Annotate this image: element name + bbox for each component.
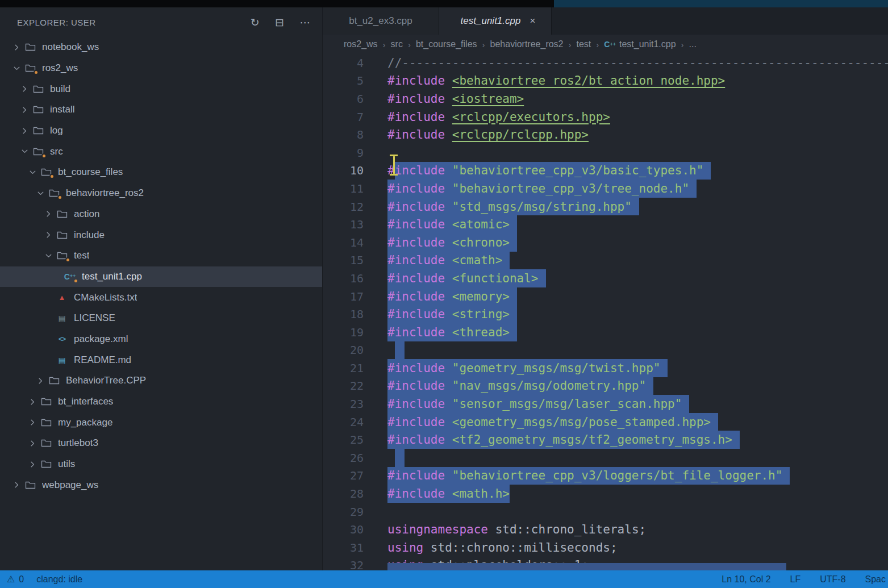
tree-folder-webpage_ws[interactable]: webpage_ws (0, 474, 322, 495)
chevron-right-icon[interactable] (9, 42, 24, 52)
line-number[interactable]: 26 (323, 449, 364, 467)
line-number[interactable]: 15 (323, 252, 364, 270)
tree-folder-my_package[interactable]: my_package (0, 412, 322, 433)
tab-bt_u2_ex3-cpp[interactable]: bt_u2_ex3.cpp (323, 7, 439, 35)
tree-folder-build[interactable]: build (0, 78, 322, 99)
collapse-folders-icon[interactable]: ⊟ (275, 17, 284, 28)
breadcrumb-item-test-unit1-cpp[interactable]: C++test_unit1.cpp (604, 39, 676, 49)
breadcrumb-item-src[interactable]: src (391, 39, 403, 49)
tree-folder-turtlebot3[interactable]: turtlebot3 (0, 433, 322, 454)
tree-file-CMakeLists.txt[interactable]: ▲CMakeLists.txt (0, 287, 322, 308)
line-number[interactable]: 31 (323, 539, 364, 557)
tree-folder-ros2_ws[interactable]: ros2_ws (0, 58, 322, 79)
line-number[interactable]: 24 (323, 413, 364, 431)
tree-file-README.md[interactable]: ▤README.md (0, 349, 322, 370)
code-area[interactable]: 4//-------------------------------------… (323, 54, 888, 570)
code-line-5[interactable]: 5#include <behaviortree_ros2/bt_action_n… (323, 72, 888, 90)
code-line-23[interactable]: 23#include "sensor_msgs/msg/laser_scan.h… (323, 395, 888, 413)
tree-folder-BehaviorTree.CPP[interactable]: BehaviorTree.CPP (0, 370, 322, 391)
code-line-15[interactable]: 15#include <cmath> (323, 252, 888, 270)
tree-folder-test[interactable]: test (0, 245, 322, 266)
line-number[interactable]: 12 (323, 198, 364, 216)
line-number[interactable]: 25 (323, 431, 364, 449)
tree-folder-utils[interactable]: utils (0, 454, 322, 475)
line-number[interactable]: 14 (323, 233, 364, 252)
code-line-30[interactable]: 30using namespace std::chrono_literals; (323, 520, 888, 539)
code-line-9[interactable]: 9 (323, 144, 888, 162)
code-line-28[interactable]: 28#include <math.h> (323, 485, 888, 503)
line-number[interactable]: 7 (323, 108, 364, 126)
chevron-down-icon[interactable] (9, 63, 24, 73)
tree-folder-include[interactable]: include (0, 224, 322, 245)
tree-folder-bt_course_files[interactable]: bt_course_files (0, 162, 322, 183)
line-number[interactable]: 23 (323, 395, 364, 413)
tree-file-test_unit1.cpp[interactable]: C++test_unit1.cpp (0, 266, 322, 287)
chevron-right-icon[interactable] (25, 438, 40, 448)
chevron-down-icon[interactable] (25, 167, 40, 177)
chevron-right-icon[interactable] (17, 105, 32, 115)
tree-folder-action[interactable]: action (0, 204, 322, 225)
breadcrumb-item-bt-course-files[interactable]: bt_course_files (416, 39, 477, 49)
breadcrumb-item-ros2-ws[interactable]: ros2_ws (344, 39, 378, 49)
code-line-25[interactable]: 25#include <tf2_geometry_msgs/tf2_geomet… (323, 431, 888, 449)
indentation-indicator[interactable]: Spac (865, 574, 886, 585)
line-number[interactable]: 13 (323, 215, 364, 233)
code-line-22[interactable]: 22#include "nav_msgs/msg/odometry.hpp" (323, 377, 888, 395)
more-actions-icon[interactable]: ⋯ (300, 17, 311, 28)
line-number[interactable]: 20 (323, 341, 364, 360)
chevron-down-icon[interactable] (41, 251, 56, 261)
tree-folder-log[interactable]: log (0, 120, 322, 141)
chevron-down-icon[interactable] (17, 147, 32, 157)
chevron-down-icon[interactable] (33, 188, 48, 198)
code-line-17[interactable]: 17#include <memory> (323, 287, 888, 306)
code-line-19[interactable]: 19#include <thread> (323, 323, 888, 341)
line-number[interactable]: 18 (323, 305, 364, 323)
chevron-right-icon[interactable] (25, 459, 40, 469)
code-line-11[interactable]: 11#include "behaviortree_cpp_v3/tree_nod… (323, 180, 888, 198)
chevron-right-icon[interactable] (25, 397, 40, 407)
line-number[interactable]: 9 (323, 144, 364, 162)
line-number[interactable]: 16 (323, 269, 364, 287)
code-line-14[interactable]: 14#include <chrono> (323, 233, 888, 252)
close-tab-icon[interactable]: × (530, 15, 535, 27)
clangd-status[interactable]: clangd: idle (36, 574, 82, 585)
chevron-right-icon[interactable] (17, 126, 32, 136)
code-line-24[interactable]: 24#include <geometry_msgs/msg/pose_stamp… (323, 413, 888, 431)
chevron-right-icon[interactable] (9, 480, 24, 490)
line-number[interactable]: 32 (323, 557, 364, 570)
line-number[interactable]: 8 (323, 126, 364, 144)
code-line-10[interactable]: 10#include "behaviortree_cpp_v3/basic_ty… (323, 162, 888, 180)
line-number[interactable]: 21 (323, 359, 364, 377)
chevron-right-icon[interactable] (41, 209, 56, 219)
line-number[interactable]: 5 (323, 72, 364, 90)
refresh-explorer-icon[interactable]: ↻ (251, 17, 260, 28)
chevron-right-icon[interactable] (33, 376, 48, 386)
code-line-20[interactable]: 20 (323, 341, 888, 360)
line-number[interactable]: 28 (323, 485, 364, 503)
cursor-position[interactable]: Ln 10, Col 2 (722, 574, 770, 585)
code-line-4[interactable]: 4//-------------------------------------… (323, 54, 888, 72)
breadcrumb-item--[interactable]: ... (689, 39, 697, 49)
chevron-right-icon[interactable] (41, 230, 56, 240)
encoding-indicator[interactable]: UTF-8 (820, 574, 845, 585)
code-line-8[interactable]: 8#include <rclcpp/rclcpp.hpp> (323, 126, 888, 144)
breadcrumb-item-test[interactable]: test (577, 39, 591, 49)
code-line-7[interactable]: 7#include <rclcpp/executors.hpp> (323, 108, 888, 126)
horizontal-scrollbar[interactable] (387, 563, 786, 570)
line-number[interactable]: 22 (323, 377, 364, 395)
code-line-18[interactable]: 18#include <string> (323, 305, 888, 323)
code-line-12[interactable]: 12#include "std_msgs/msg/string.hpp" (323, 198, 888, 216)
eol-indicator[interactable]: LF (790, 574, 801, 585)
line-number[interactable]: 6 (323, 90, 364, 108)
line-number[interactable]: 30 (323, 520, 364, 539)
chevron-right-icon[interactable] (17, 84, 32, 94)
tree-file-LICENSE[interactable]: ▤LICENSE (0, 308, 322, 329)
code-line-13[interactable]: 13#include <atomic> (323, 215, 888, 233)
tree-folder-notebook_ws[interactable]: notebook_ws (0, 37, 322, 58)
tree-file-package.xml[interactable]: <>package.xml (0, 329, 322, 350)
code-line-29[interactable]: 29 (323, 503, 888, 521)
tree-folder-bt_interfaces[interactable]: bt_interfaces (0, 391, 322, 412)
code-line-21[interactable]: 21#include "geometry_msgs/msg/twist.hpp" (323, 359, 888, 377)
line-number[interactable]: 19 (323, 323, 364, 341)
code-line-27[interactable]: 27#include "behaviortree_cpp_v3/loggers/… (323, 467, 888, 485)
